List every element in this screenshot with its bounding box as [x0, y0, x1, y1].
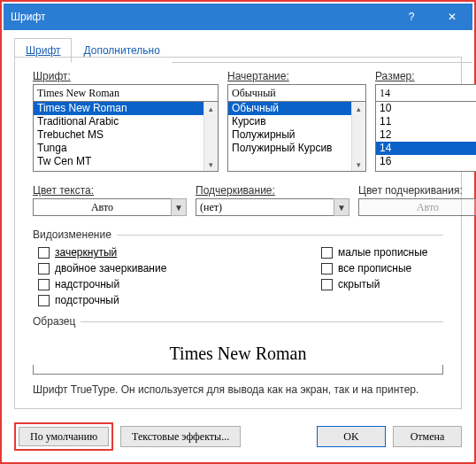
chevron-down-icon[interactable]: ▼: [334, 198, 349, 216]
window-title: Шрифт: [4, 11, 45, 23]
list-item[interactable]: 14: [376, 142, 476, 155]
size-input[interactable]: [375, 84, 476, 102]
checkbox-double-strike[interactable]: двойное зачеркивание: [38, 262, 321, 275]
label-effects: Видоизменение: [33, 228, 111, 241]
list-item[interactable]: Курсив: [228, 115, 352, 128]
cancel-button[interactable]: Отмена: [393, 426, 462, 447]
underline-color-value: [358, 198, 476, 216]
checkbox-superscript[interactable]: надстрочный: [38, 278, 321, 290]
style-listbox[interactable]: Обычный Курсив Полужирный Полужирный Кур…: [227, 101, 366, 172]
list-item[interactable]: Полужирный Курсив: [228, 142, 352, 155]
set-default-button[interactable]: По умолчанию: [19, 427, 109, 446]
dialog-content: Шрифт: Times New Roman Traditional Arabi…: [14, 57, 462, 409]
list-item[interactable]: 16: [376, 155, 476, 168]
list-item[interactable]: 12: [376, 128, 476, 142]
close-button[interactable]: ✕: [432, 4, 472, 30]
list-item[interactable]: Полужирный: [228, 128, 352, 142]
underline-value[interactable]: [196, 198, 334, 216]
checkbox-smallcaps[interactable]: малые прописные: [321, 246, 428, 259]
title-bar: Шрифт ? ✕: [4, 4, 472, 30]
list-item[interactable]: 11: [376, 115, 476, 128]
list-item[interactable]: 10: [376, 102, 476, 115]
scroll-down-icon[interactable]: ▾: [209, 158, 213, 171]
ok-button[interactable]: OK: [317, 426, 386, 447]
scroll-up-icon[interactable]: ▴: [209, 102, 213, 115]
list-item[interactable]: Tw Cen MT: [34, 155, 204, 168]
font-color-combo[interactable]: ▼: [33, 198, 187, 216]
font-note: Шрифт TrueType. Он используется для выво…: [33, 383, 443, 396]
font-input[interactable]: [33, 84, 219, 102]
sample-text: Times New Roman: [170, 344, 307, 364]
font-color-value[interactable]: [33, 198, 171, 216]
chevron-down-icon[interactable]: ▼: [171, 198, 187, 216]
label-size: Размер:: [375, 70, 476, 82]
label-underline-color: Цвет подчеркивания:: [358, 184, 476, 197]
help-button[interactable]: ?: [391, 4, 432, 30]
scroll-down-icon[interactable]: ▾: [357, 158, 361, 171]
list-item[interactable]: Trebuchet MS: [34, 128, 204, 142]
list-item[interactable]: Обычный: [228, 102, 352, 115]
label-sample: Образец: [33, 315, 75, 328]
size-listbox[interactable]: 10 11 12 14 16 ▴▾: [375, 101, 476, 172]
label-style: Начертание:: [227, 70, 366, 82]
label-font-color: Цвет текста:: [33, 184, 187, 197]
underline-color-combo: ▼: [358, 198, 476, 216]
font-listbox[interactable]: Times New Roman Traditional Arabic Trebu…: [33, 101, 219, 172]
checkbox-hidden[interactable]: скрытый: [321, 278, 428, 290]
sample-preview: Times New Roman: [33, 333, 443, 375]
scrollbar[interactable]: ▴▾: [203, 102, 218, 171]
set-default-highlight: По умолчанию: [14, 422, 113, 451]
label-font: Шрифт:: [33, 70, 219, 82]
style-input[interactable]: [227, 84, 366, 102]
list-item[interactable]: Times New Roman: [34, 102, 204, 115]
scroll-up-icon[interactable]: ▴: [357, 102, 361, 115]
checkbox-strike[interactable]: зачеркнутый: [38, 246, 321, 259]
checkbox-allcaps[interactable]: все прописные: [321, 262, 428, 275]
underline-combo[interactable]: ▼: [196, 198, 349, 216]
list-item[interactable]: Traditional Arabic: [34, 115, 204, 128]
list-item[interactable]: Tunga: [34, 142, 204, 155]
scrollbar[interactable]: ▴▾: [351, 102, 365, 171]
text-effects-button[interactable]: Текстовые эффекты...: [120, 426, 241, 447]
label-underline: Подчеркивание:: [196, 184, 349, 197]
checkbox-subscript[interactable]: подстрочный: [38, 294, 321, 306]
